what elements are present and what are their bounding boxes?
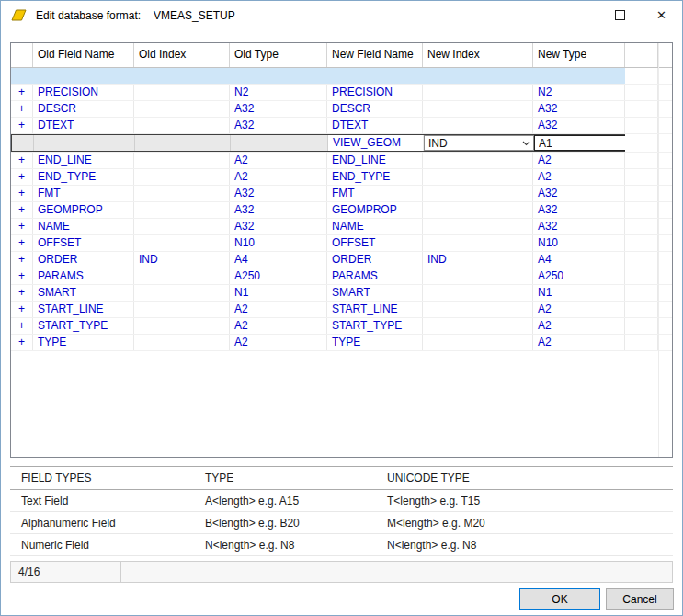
column-header-new-field-name[interactable]: New Field Name	[327, 43, 423, 67]
grid-row[interactable]: +TYPEA2TYPEA2	[11, 335, 672, 351]
cell-old-type[interactable]: A2	[230, 169, 327, 185]
cell-old-field-name[interactable]: DTEXT	[33, 118, 134, 133]
cell-old-field-name[interactable]: ORDER	[33, 252, 134, 268]
new-type-input[interactable]	[534, 135, 626, 151]
cell-new-field-name[interactable]: DTEXT	[327, 118, 423, 133]
grid-row[interactable]: +START_TYPEA2START_TYPEA2	[11, 318, 672, 335]
cell-old-type[interactable]: N10	[230, 235, 327, 251]
cell-new-index[interactable]	[423, 335, 533, 350]
grid-row[interactable]: +NAMEA32NAMEA32	[11, 219, 672, 235]
cell-old-type[interactable]: A2	[230, 302, 327, 317]
cell-old-type[interactable]: A2	[230, 335, 327, 350]
cell-old-field-name[interactable]: GEOMPROP	[33, 202, 134, 218]
cell-new-type[interactable]: A2	[533, 169, 625, 185]
cell-old-field-name[interactable]: END_TYPE	[33, 169, 134, 185]
row-expand-marker[interactable]: +	[11, 252, 33, 268]
cell-old-type[interactable]: A2	[230, 153, 327, 168]
row-expand-marker[interactable]: +	[11, 268, 33, 284]
cell-old-type[interactable]: A32	[230, 186, 327, 201]
cell-new-type[interactable]: A2	[533, 153, 625, 168]
cell-old-type[interactable]: A32	[230, 101, 327, 117]
grid-row[interactable]: +DTEXTA32DTEXTA32	[11, 118, 672, 134]
row-expand-marker[interactable]	[12, 135, 34, 151]
cell-new-type[interactable]: A2	[533, 335, 625, 350]
cell-new-index[interactable]	[423, 85, 533, 100]
cell-old-index[interactable]	[134, 285, 230, 301]
cell-old-field-name[interactable]: SMART	[33, 285, 134, 301]
cell-new-field-name[interactable]: START_TYPE	[327, 318, 423, 334]
cell-new-field-name[interactable]: TYPE	[327, 335, 423, 350]
cell-new-field-name[interactable]: GEOMPROP	[327, 202, 423, 218]
cell-new-field-name[interactable]: SMART	[327, 285, 423, 301]
cell-old-field-name[interactable]: NAME	[33, 219, 134, 234]
cell-old-index[interactable]	[134, 169, 230, 185]
cell-old-index[interactable]	[135, 135, 231, 151]
cell-old-index[interactable]	[134, 118, 230, 133]
cell-old-index[interactable]	[134, 302, 230, 317]
column-header-old-field-name[interactable]: Old Field Name	[33, 43, 134, 67]
cell-old-index[interactable]	[134, 268, 230, 284]
cell-new-index[interactable]	[423, 318, 533, 334]
row-expand-marker[interactable]: +	[11, 169, 33, 185]
row-expand-marker[interactable]: +	[11, 85, 33, 100]
grid-row[interactable]: +SMARTN1SMARTN1	[11, 285, 672, 302]
cell-old-field-name[interactable]: DESCR	[33, 101, 134, 117]
cell-new-index[interactable]	[423, 268, 533, 284]
row-expand-marker[interactable]: +	[11, 153, 33, 168]
cell-new-index[interactable]	[423, 202, 533, 218]
cell-new-index[interactable]	[423, 118, 533, 133]
row-expand-marker[interactable]: +	[11, 285, 33, 301]
cell-old-type[interactable]: A32	[230, 219, 327, 234]
column-header-new-type[interactable]: New Type	[533, 43, 625, 67]
cell-new-type[interactable]: A32	[533, 219, 625, 234]
cell-old-field-name[interactable]: TYPE	[33, 335, 134, 350]
grid-row[interactable]: +END_LINEA2END_LINEA2	[11, 153, 672, 169]
cell-old-field-name[interactable]: START_LINE	[33, 302, 134, 317]
column-header-new-index[interactable]: New Index	[423, 43, 533, 67]
cell-old-type[interactable]	[231, 135, 328, 151]
cell-old-type[interactable]: A4	[230, 252, 327, 268]
cell-new-field-name[interactable]: NAME	[327, 219, 423, 234]
row-expand-marker[interactable]: +	[11, 101, 33, 117]
cell-old-type[interactable]: A32	[230, 202, 327, 218]
cell-new-type[interactable]: A32	[533, 186, 625, 201]
cell-new-field-name[interactable]: DESCR	[327, 101, 423, 117]
cell-new-field-name[interactable]: PRECISION	[327, 85, 423, 100]
row-expand-marker[interactable]: +	[11, 118, 33, 133]
cell-old-field-name[interactable]: START_TYPE	[33, 318, 134, 334]
row-expand-marker[interactable]: +	[11, 318, 33, 334]
maximize-button[interactable]	[599, 1, 641, 29]
grid-row[interactable]: +ORDERINDA4ORDERINDA4	[11, 252, 672, 268]
cell-old-field-name[interactable]: FMT	[33, 186, 134, 201]
grid-row[interactable]: +PARAMSA250PARAMSA250	[11, 268, 672, 285]
row-expand-marker[interactable]: +	[11, 302, 33, 317]
cell-new-type[interactable]: N1	[533, 285, 625, 301]
grid-row[interactable]: +END_TYPEA2END_TYPEA2	[11, 169, 672, 186]
cell-old-field-name[interactable]	[33, 68, 134, 84]
cell-new-type[interactable]	[533, 68, 625, 84]
grid-row[interactable]: +GEOMPROPA32GEOMPROPA32	[11, 202, 672, 219]
cell-new-field-name[interactable]: END_TYPE	[327, 169, 423, 185]
row-expand-marker[interactable]: +	[11, 335, 33, 350]
row-expand-marker[interactable]: +	[11, 186, 33, 201]
cell-new-index[interactable]	[423, 101, 533, 117]
cell-new-type[interactable]: A2	[533, 318, 625, 334]
cell-new-index[interactable]	[423, 219, 533, 234]
row-expand-marker[interactable]: +	[11, 202, 33, 218]
cell-new-index[interactable]: IND	[423, 252, 533, 268]
ok-button[interactable]: OK	[519, 588, 600, 610]
cell-new-type[interactable]: A4	[533, 252, 625, 268]
cell-new-field-name[interactable]: VIEW_GEOM	[328, 135, 424, 151]
cell-new-field-name[interactable]: OFFSET	[327, 235, 423, 251]
cell-new-index[interactable]	[423, 186, 533, 201]
new-index-combobox[interactable]: IND	[424, 135, 534, 151]
cell-old-type[interactable]: A32	[230, 118, 327, 133]
cell-old-index[interactable]	[134, 202, 230, 218]
close-button[interactable]: ✕	[641, 1, 682, 29]
grid-row[interactable]: +DESCRA32DESCRA32	[11, 101, 672, 118]
cell-new-field-name[interactable]: ORDER	[327, 252, 423, 268]
cell-old-index[interactable]	[134, 153, 230, 168]
cell-old-field-name[interactable]: PARAMS	[33, 268, 134, 284]
cell-new-index[interactable]	[423, 169, 533, 185]
cell-old-field-name[interactable]: END_LINE	[33, 153, 134, 168]
